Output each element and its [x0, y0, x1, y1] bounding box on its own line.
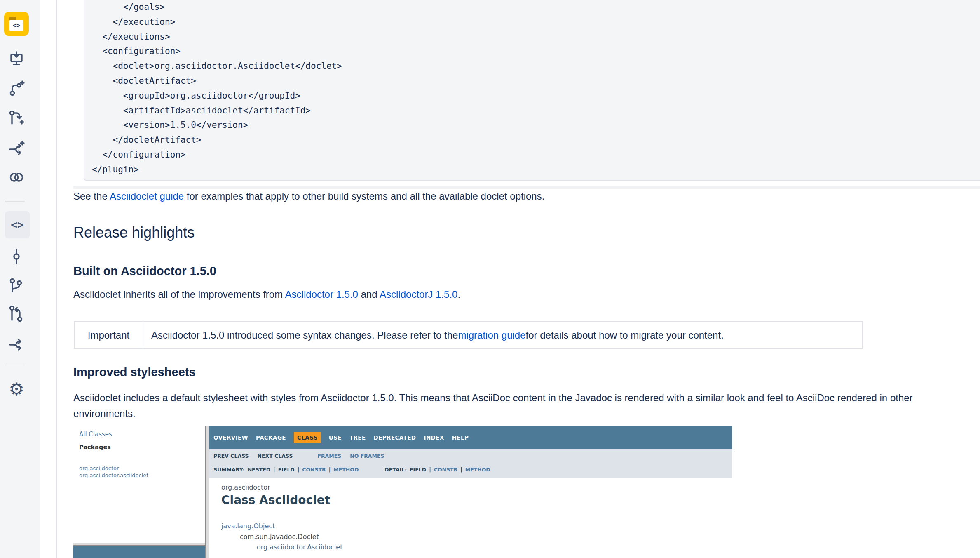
sidebar-item-pull-requests[interactable]: [8, 305, 25, 322]
javadoc-nav-class-active: CLASS: [294, 432, 321, 443]
sidebar-item-commits[interactable]: [8, 248, 25, 265]
important-admonition: Important Asciidoctor 1.5.0 introduced s…: [74, 321, 863, 349]
repository-code-folder-icon: <>: [9, 20, 23, 31]
javadoc-detail-field: FIELD: [410, 466, 426, 473]
code-text: </goals> </execution> </executions> <con…: [92, 0, 980, 177]
guide-text-suffix: for examples that apply to other build s…: [184, 191, 544, 202]
javadoc-detail-label: DETAIL:: [384, 466, 407, 473]
admonition-body: Asciidoctor 1.5.0 introduced some syntax…: [143, 322, 862, 348]
pipe-separator: |: [460, 466, 462, 473]
maven-xml-code-block: </goals> </execution> </executions> <con…: [84, 0, 980, 181]
guide-text-prefix: See the: [73, 191, 110, 202]
javadoc-nav-tree: TREE: [349, 434, 366, 441]
inherit-text-2: and: [358, 289, 380, 300]
inherits-paragraph: Asciidoclet inherits all of the improvem…: [73, 288, 460, 301]
javadoc-nav-index: INDEX: [424, 434, 444, 441]
horizontal-scrollbar-track[interactable]: [73, 186, 980, 189]
source-code-brackets-icon: <>: [11, 219, 23, 231]
sidebar-divider: [5, 201, 25, 202]
gear-icon: ⚙: [9, 381, 24, 398]
javadoc-packages-label: Packages: [79, 444, 111, 450]
sidebar-divider: [5, 365, 25, 365]
asciidoctorj-150-link[interactable]: AsciidoctorJ 1.5.0: [380, 289, 457, 300]
javadoc-frame-vertical-border: [205, 426, 209, 558]
asciidoctor-150-link[interactable]: Asciidoctor 1.5.0: [285, 289, 358, 300]
branches-icon: [8, 278, 25, 294]
release-highlights-heading: Release highlights: [73, 224, 195, 241]
javadoc-frame-horizontal-border: [73, 542, 206, 546]
overlapping-circles-icon: [8, 169, 25, 186]
sidebar-item-branch-split-add[interactable]: [8, 140, 25, 157]
sidebar-navigation-rail: <> <>: [0, 0, 40, 558]
sidebar-item-create-branch[interactable]: [8, 80, 25, 97]
javadoc-left-frame-navbar-strip: [73, 546, 205, 558]
sidebar-item-settings[interactable]: ⚙: [8, 381, 25, 398]
javadoc-next-class: NEXT CLASS: [258, 453, 293, 459]
javadoc-class-title: Class Asciidoclet: [221, 493, 330, 507]
javadoc-hierarchy-doclet: com.sun.javadoc.Doclet: [240, 533, 319, 541]
commit-icon: [8, 248, 25, 265]
split-arrows-add-icon: [8, 140, 25, 157]
pull-request-icon: [8, 305, 25, 322]
javadoc-detail-group: DETAIL: FIELD | CONSTR | METHOD: [384, 466, 490, 473]
javadoc-subnav-row2: SUMMARY: NESTED | FIELD | CONSTR | METHO…: [213, 466, 490, 473]
split-arrows-icon: [8, 336, 25, 353]
pull-request-add-icon: [8, 109, 25, 126]
improved-stylesheets-heading: Improved stylesheets: [73, 365, 196, 379]
javadoc-top-navbar: OVERVIEW PACKAGE CLASS USE TREE DEPRECAT…: [209, 426, 732, 449]
javadoc-detail-constr: CONSTR: [434, 466, 457, 473]
javadoc-nav-help: HELP: [452, 434, 469, 441]
javadoc-noframes-link-text: NO FRAMES: [350, 453, 384, 459]
javadoc-hierarchy-object: java.lang.Object: [221, 522, 275, 530]
javadoc-summary-field: FIELD: [278, 466, 295, 473]
pipe-separator: |: [429, 466, 431, 473]
javadoc-package-link-text: org.asciidoctor: [79, 465, 119, 471]
javadoc-prev-class: PREV CLASS: [213, 453, 249, 459]
guide-paragraph: See the Asciidoclet guide for examples t…: [73, 190, 544, 203]
inherit-text-3: .: [457, 289, 460, 300]
javadoc-nav-use: USE: [329, 434, 342, 441]
sidebar-item-compare[interactable]: [8, 169, 25, 186]
pipe-separator: |: [273, 466, 275, 473]
admonition-text-1: Asciidoctor 1.5.0 introduced some syntax…: [151, 330, 458, 341]
javadoc-all-classes-text: All Classes: [79, 431, 112, 438]
stylesheets-text-line1: Asciidoclet includes a default styleshee…: [73, 390, 980, 406]
repository-avatar[interactable]: <>: [4, 12, 29, 36]
javadoc-nav-deprecated: DEPRECATED: [374, 434, 416, 441]
javadoc-package-link-text: org.asciidoctor.asciidoclet: [79, 472, 148, 478]
clone-monitor-download-icon: [8, 51, 25, 67]
javadoc-sub-navbar: PREV CLASS NEXT CLASS FRAMES NO FRAMES S…: [209, 449, 732, 478]
sidebar-item-source-selected[interactable]: <>: [5, 211, 30, 238]
built-on-heading: Built on Asciidoctor 1.5.0: [73, 264, 216, 278]
admonition-text-2: for details about how to migrate your co…: [526, 330, 724, 341]
admonition-label: Important: [75, 322, 143, 348]
javadoc-summary-method: METHOD: [333, 466, 359, 473]
sidebar-item-clone[interactable]: [8, 51, 25, 67]
pipe-separator: |: [329, 466, 331, 473]
sidebar-item-create-pull-request[interactable]: [8, 109, 25, 126]
stylesheets-paragraph: Asciidoclet includes a default styleshee…: [73, 390, 980, 421]
javadoc-nav-overview: OVERVIEW: [213, 434, 248, 441]
javadoc-nav-package: PACKAGE: [256, 434, 286, 441]
content-panel-divider: [56, 0, 57, 558]
javadoc-frames-link-text: FRAMES: [317, 453, 341, 459]
javadoc-frames-group: FRAMES NO FRAMES: [317, 453, 384, 459]
inherit-text-1: Asciidoclet inherits all of the improvem…: [73, 289, 285, 300]
sidebar-item-branches[interactable]: [8, 278, 25, 294]
javadoc-subnav-row1: PREV CLASS NEXT CLASS FRAMES NO FRAMES: [213, 453, 384, 459]
javadoc-summary-label: SUMMARY:: [213, 466, 245, 473]
sidebar-item-pipelines[interactable]: [8, 336, 25, 353]
javadoc-hierarchy-asciidoclet: org.asciidoctor.Asciidoclet: [257, 543, 342, 551]
javadoc-screenshot-image: All Classes Packages org.asciidoctor org…: [73, 426, 732, 558]
stylesheets-text-line2: environments.: [73, 408, 136, 419]
javadoc-summary-constr: CONSTR: [302, 466, 326, 473]
pipe-separator: |: [298, 466, 300, 473]
asciidoclet-guide-link[interactable]: Asciidoclet guide: [110, 191, 184, 202]
javadoc-summary-nested: NESTED: [248, 466, 270, 473]
javadoc-package-subtitle: org.asciidoctor: [221, 483, 270, 491]
javadoc-detail-method: METHOD: [465, 466, 490, 473]
branch-add-icon: [8, 80, 25, 97]
migration-guide-link[interactable]: migration guide: [458, 330, 525, 341]
